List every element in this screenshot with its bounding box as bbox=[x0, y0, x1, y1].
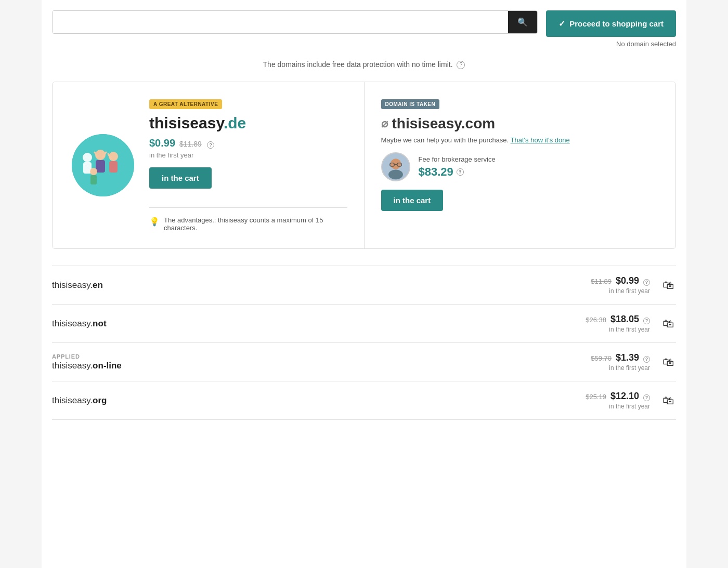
advantages-text: 💡 The advantages.: thisiseasy counts a m… bbox=[149, 216, 347, 232]
domain-old-price: $11.89 bbox=[591, 278, 612, 285]
domain-list-item: APPLIEDthisiseasy.on-line $59.70 $1.39 ?… bbox=[52, 343, 676, 381]
svg-point-14 bbox=[388, 170, 403, 180]
brokerage-price: $83.29 ? bbox=[419, 165, 496, 179]
alternative-domain-title: thisiseasy.de bbox=[149, 114, 347, 132]
domain-list-item: thisiseasy.not $26.38 $18.05 ? in the fi… bbox=[52, 305, 676, 343]
applied-label: APPLIED bbox=[52, 353, 591, 360]
domain-row-name: thisiseasy.not bbox=[52, 319, 586, 329]
domain-row-pricing: $25.19 $12.10 ? in the first year bbox=[586, 391, 650, 410]
taken-icon: ⌀ bbox=[381, 117, 388, 130]
taken-domain-title: ⌀ thisiseasy.com bbox=[381, 115, 659, 132]
domain-help-icon[interactable]: ? bbox=[643, 394, 650, 401]
add-to-cart-icon[interactable]: 🛍 bbox=[660, 315, 676, 333]
domain-period: in the first year bbox=[591, 287, 650, 295]
domain-help-icon[interactable]: ? bbox=[643, 318, 650, 324]
domain-base-text: thisiseasy. bbox=[52, 395, 93, 405]
old-price: $11.89 bbox=[179, 140, 202, 148]
info-bar: The domains include free data protection… bbox=[52, 60, 676, 69]
new-price: $0.99 bbox=[149, 137, 175, 149]
brokerage-text: Maybe we can help you with the purchase.… bbox=[381, 136, 659, 144]
add-to-cart-icon[interactable]: 🛍 bbox=[660, 276, 676, 294]
svg-point-13 bbox=[390, 159, 400, 169]
divider bbox=[149, 207, 347, 208]
domain-row-name: thisiseasy.org bbox=[52, 395, 586, 406]
domain-new-price: $12.10 bbox=[610, 391, 639, 402]
domain-help-icon[interactable]: ? bbox=[643, 356, 650, 363]
domain-row-pricing: $59.70 $1.39 ? in the first year bbox=[591, 352, 650, 372]
advantages-content: The advantages.: thisiseasy counts a max… bbox=[164, 216, 347, 232]
svg-rect-8 bbox=[90, 175, 97, 184]
alternative-domain-card: A GREAT ALTERNATIVE thisiseasy.de $0.99 … bbox=[53, 82, 365, 248]
proceed-to-cart-button[interactable]: ✓ Proceed to shopping cart bbox=[546, 10, 676, 37]
svg-point-7 bbox=[90, 168, 97, 175]
broker-avatar bbox=[381, 152, 410, 181]
domain-row-pricing: $11.89 $0.99 ? in the first year bbox=[591, 275, 650, 295]
domain-tld-text: en bbox=[93, 280, 103, 290]
domain-period: in the first year bbox=[591, 364, 650, 372]
domain-old-price: $26.38 bbox=[586, 316, 606, 324]
info-text: The domains include free data protection… bbox=[263, 60, 453, 69]
search-icon: 🔍 bbox=[517, 18, 528, 27]
domain-period: in the first year bbox=[586, 403, 650, 410]
domain-base-text: thisiseasy. bbox=[52, 361, 93, 371]
taken-badge: DOMAIN IS TAKEN bbox=[381, 99, 440, 109]
domain-new-price: $1.39 bbox=[616, 352, 639, 363]
check-icon: ✓ bbox=[558, 19, 565, 29]
domain-tld-text: on-line bbox=[93, 361, 122, 371]
domain-tld-text: org bbox=[93, 395, 107, 405]
domain-tld: .de bbox=[224, 114, 246, 131]
alternative-badge: A GREAT ALTERNATIVE bbox=[149, 99, 222, 109]
domain-list-item: thisiseasy.org $25.19 $12.10 ? in the fi… bbox=[52, 381, 676, 420]
brokerage-intro: Maybe we can help you with the purchase. bbox=[381, 136, 509, 144]
card-illustration bbox=[69, 99, 137, 232]
domain-help-icon[interactable]: ? bbox=[643, 279, 650, 286]
domain-old-price: $59.70 bbox=[591, 354, 612, 362]
add-to-cart-button-left[interactable]: in the cart bbox=[149, 167, 212, 189]
proceed-button-label: Proceed to shopping cart bbox=[569, 19, 664, 28]
brokerage-help-icon[interactable]: ? bbox=[457, 168, 464, 176]
svg-rect-6 bbox=[109, 161, 118, 173]
add-to-cart-button-right[interactable]: in the cart bbox=[381, 190, 444, 211]
card-left-content: A GREAT ALTERNATIVE thisiseasy.de $0.99 … bbox=[149, 99, 347, 232]
search-button[interactable]: 🔍 bbox=[508, 11, 537, 33]
domain-list: thisiseasy.en $11.89 $0.99 ? in the firs… bbox=[52, 266, 676, 420]
brokerage-link[interactable]: That's how it's done bbox=[511, 136, 570, 144]
domain-base-text: thisiseasy. bbox=[52, 319, 93, 328]
svg-point-1 bbox=[83, 153, 92, 162]
broker-avatar-svg bbox=[382, 152, 409, 181]
domain-old-price: $25.19 bbox=[586, 393, 606, 401]
illustration-circle bbox=[72, 134, 134, 196]
help-icon[interactable]: ? bbox=[457, 61, 465, 69]
add-to-cart-icon[interactable]: 🛍 bbox=[660, 392, 676, 410]
add-to-cart-icon[interactable]: 🛍 bbox=[660, 353, 676, 371]
search-input[interactable]: thisiseasy.com bbox=[53, 11, 508, 33]
domain-base-text: thisiseasy. bbox=[52, 280, 93, 290]
domain-new-price: $18.05 bbox=[610, 314, 639, 325]
domain-new-price: $0.99 bbox=[616, 275, 639, 286]
people-illustration bbox=[72, 134, 134, 196]
brokerage-row: Fee for brokerage service $83.29 ? bbox=[381, 152, 659, 181]
brokerage-info: Fee for brokerage service $83.29 ? bbox=[419, 155, 496, 179]
lightbulb-icon: 💡 bbox=[149, 217, 160, 227]
brokerage-price-value: $83.29 bbox=[419, 165, 453, 179]
domain-row-pricing: $26.38 $18.05 ? in the first year bbox=[586, 314, 650, 333]
domain-period: in the first year bbox=[586, 326, 650, 333]
price-period: in the first year bbox=[149, 151, 347, 159]
taken-domain-name: thisiseasy.com bbox=[392, 115, 496, 132]
domain-row-name: thisiseasy.en bbox=[52, 280, 591, 290]
brokerage-label: Fee for brokerage service bbox=[419, 155, 496, 163]
price-help-icon[interactable]: ? bbox=[207, 141, 214, 149]
domain-row-name: APPLIEDthisiseasy.on-line bbox=[52, 353, 591, 371]
domain-list-item: thisiseasy.en $11.89 $0.99 ? in the firs… bbox=[52, 266, 676, 305]
no-domain-text: No domain selected bbox=[616, 40, 676, 48]
domain-base: thisiseasy bbox=[149, 114, 224, 131]
domain-tld-text: not bbox=[93, 319, 106, 328]
taken-domain-card: DOMAIN IS TAKEN ⌀ thisiseasy.com Maybe w… bbox=[365, 82, 676, 248]
